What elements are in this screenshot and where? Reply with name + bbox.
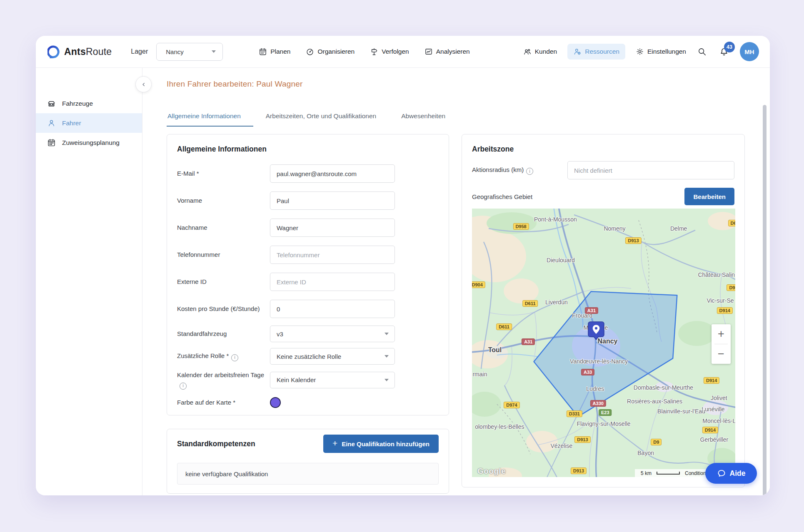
map-road-badge: D914 bbox=[704, 377, 719, 384]
search-icon bbox=[697, 47, 707, 56]
map-city-label: Nomeny bbox=[604, 225, 625, 232]
nav-item-verfolgen[interactable]: Verfolgen bbox=[370, 47, 409, 56]
main-menu: PlanenOrganisierenVerfolgenAnalysieren bbox=[259, 47, 470, 56]
info-icon[interactable]: i bbox=[231, 354, 238, 361]
sidebar-item-label: Fahrer bbox=[62, 119, 81, 127]
info-icon[interactable]: i bbox=[180, 383, 187, 390]
site-select-value: Nancy bbox=[166, 48, 184, 55]
add-qualification-button[interactable]: + Eine Qualifikation hinzufügen bbox=[323, 435, 439, 453]
panel-heading: Allgemeine Informationen bbox=[177, 144, 439, 154]
form-row-telefon: Telefonnummer bbox=[177, 246, 439, 264]
kompetenzen-panel: Standardkompetenzen + Eine Qualifikation… bbox=[167, 429, 449, 494]
map-road-badge: D974 bbox=[504, 402, 519, 408]
nachname-label: Nachname bbox=[177, 223, 270, 232]
help-button-label: Aide bbox=[730, 469, 746, 478]
nav-item-einstellungen[interactable]: Einstellungen bbox=[636, 47, 686, 56]
map-road-badge: D904 bbox=[472, 281, 485, 288]
map-city-label: Vézelise bbox=[550, 443, 572, 449]
arbeitszone-heading: Arbeitszone bbox=[472, 144, 734, 154]
zoom-in-button[interactable]: + bbox=[712, 324, 731, 344]
form-row-nachname: Nachname bbox=[177, 219, 439, 237]
edit-area-button[interactable]: Bearbeiten bbox=[684, 188, 734, 205]
map-city-label: Liverdun bbox=[545, 299, 568, 306]
map-road-badge: D9 bbox=[651, 439, 662, 445]
fahrer-icon bbox=[47, 119, 56, 127]
site-select[interactable]: Nancy bbox=[156, 43, 223, 61]
add-qualification-label: Eine Qualifikation hinzufügen bbox=[342, 440, 429, 447]
sidebar-item-fahrer[interactable]: Fahrer bbox=[36, 113, 142, 133]
map-pin-icon bbox=[587, 321, 605, 342]
google-logo: Google bbox=[477, 467, 506, 476]
collapse-sidebar-button[interactable] bbox=[135, 76, 152, 92]
form-row-kosten: Kosten pro Stunde (€/Stunde) bbox=[177, 300, 439, 318]
gear-icon bbox=[636, 47, 644, 56]
map-scale-bar bbox=[657, 472, 680, 475]
map-city-label: Gerbéviller bbox=[700, 436, 729, 443]
standardfahrzeug-select[interactable]: v3 bbox=[270, 326, 395, 342]
kosten-label: Kosten pro Stunde (€/Stunde) bbox=[177, 304, 270, 313]
nachname-field[interactable] bbox=[270, 219, 395, 237]
map-city-label: Blainville-sur-l'Eau bbox=[657, 408, 705, 415]
zoom-out-button[interactable]: − bbox=[712, 344, 731, 364]
map-road-badge: A33 bbox=[581, 369, 594, 375]
map-road-badge: D331 bbox=[567, 410, 582, 417]
zuweisungsplanung-icon bbox=[47, 138, 56, 147]
aktionsradius-field[interactable] bbox=[567, 161, 734, 179]
nav-item-kunden[interactable]: Kunden bbox=[523, 47, 557, 56]
scrollbar[interactable] bbox=[763, 105, 767, 495]
telefon-label: Telefonnummer bbox=[177, 250, 270, 259]
info-icon[interactable]: i bbox=[526, 168, 533, 175]
map-road-badge: D6 bbox=[728, 220, 735, 226]
standardfahrzeug-label: Standardfahrzeug bbox=[177, 329, 270, 338]
sidebar-item-label: Zuweisungsplanung bbox=[62, 139, 120, 147]
sidebar-item-fahrzeuge[interactable]: Fahrzeuge bbox=[36, 94, 142, 113]
tab-arbeitszeiten-orte-qualifikationen[interactable]: Arbeitszeiten, Orte und Qualifikationen bbox=[253, 107, 389, 127]
sidebar-item-zuweisungsplanung[interactable]: Zuweisungsplanung bbox=[36, 133, 142, 152]
nav-item-analysieren[interactable]: Analysieren bbox=[424, 47, 470, 56]
form-row-gebiet: Geografisches Gebiet Bearbeiten bbox=[472, 188, 734, 205]
search-button[interactable] bbox=[697, 46, 707, 57]
nav-item-ressourcen[interactable]: Ressourcen bbox=[567, 44, 625, 60]
chat-bubble-icon bbox=[717, 469, 726, 478]
vorname-label: Vorname bbox=[177, 196, 270, 205]
brand-logo[interactable]: AntsRoute bbox=[47, 45, 112, 58]
planen-icon bbox=[259, 47, 267, 56]
map-road-badge: D913 bbox=[625, 237, 641, 244]
email-field[interactable] bbox=[270, 164, 395, 183]
no-qualification-box: keine verfügbare Qualifikation bbox=[177, 463, 439, 485]
help-button[interactable]: Aide bbox=[705, 463, 757, 484]
map-road-badge: D611 bbox=[496, 323, 512, 330]
map-city-label: Dombasle-sur-Meurthe bbox=[634, 384, 693, 391]
map-city-label: Rosières-aux-Salines bbox=[627, 398, 682, 405]
nav-item-label: Analysieren bbox=[436, 48, 470, 55]
form-row-aktionsradius: Aktionsradius (km)i bbox=[472, 161, 734, 179]
tab-allgemeine-informationen[interactable]: Allgemeine Informationen bbox=[167, 107, 253, 127]
rolle-select[interactable]: Keine zusätzliche Rolle bbox=[270, 348, 395, 365]
nav-item-organisieren[interactable]: Organisieren bbox=[306, 47, 355, 56]
nav-item-planen[interactable]: Planen bbox=[259, 47, 290, 56]
form-row-farbe: Farbe auf der Karte * bbox=[177, 397, 439, 408]
avatar[interactable]: MH bbox=[740, 42, 759, 61]
nav-item-label: Organisieren bbox=[317, 48, 355, 55]
map-city-label: Vandœuvre-lès-Nancy bbox=[570, 358, 628, 365]
externe-id-field[interactable] bbox=[270, 273, 395, 291]
aktionsradius-label: Aktionsradius (km)i bbox=[472, 166, 567, 175]
select-value: Keine zusätzliche Rolle bbox=[277, 353, 341, 360]
chevron-down-icon bbox=[385, 355, 389, 358]
map-city-label: Bayon bbox=[637, 450, 654, 456]
kosten-field[interactable] bbox=[270, 300, 395, 318]
driver-location-marker[interactable] bbox=[587, 321, 605, 342]
telefon-field[interactable] bbox=[270, 246, 395, 264]
vorname-field[interactable] bbox=[270, 191, 395, 210]
navbar-right: Kunden Ressourcen Einstellungen 43 MH bbox=[523, 42, 759, 61]
form-row-externe-id: Externe ID bbox=[177, 273, 439, 291]
select-value: Kein Kalender bbox=[277, 376, 316, 383]
map-city-label: Château-Salins bbox=[698, 271, 735, 278]
map-road-badge: D914 bbox=[717, 307, 733, 314]
tab-abwesenheiten[interactable]: Abwesenheiten bbox=[389, 107, 458, 127]
work-area-map[interactable]: Pont-à-MoussonNomenyDelmeDieulouardChâte… bbox=[472, 209, 735, 477]
kalender-select[interactable]: Kein Kalender bbox=[270, 372, 395, 388]
antsroute-logo-icon bbox=[47, 45, 60, 58]
map-color-swatch[interactable] bbox=[270, 397, 281, 408]
notifications-button[interactable]: 43 bbox=[719, 46, 729, 57]
